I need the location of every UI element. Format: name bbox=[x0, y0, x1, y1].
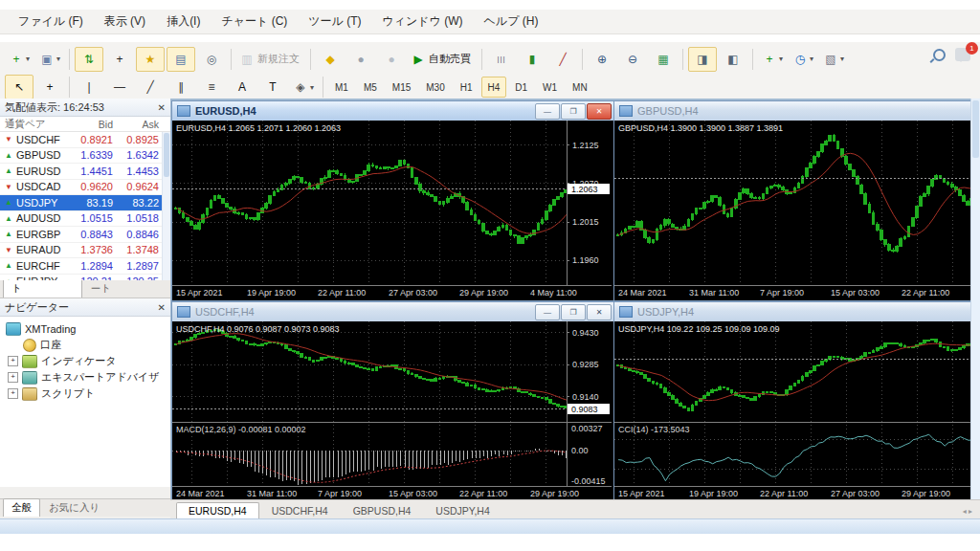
restore-button[interactable]: ❐ bbox=[561, 103, 586, 120]
chart-window-usdjpy-h4[interactable]: USDJPY,H4 — ❐ ✕ 109.09CCI(14) -173.50431… bbox=[613, 301, 970, 499]
market-watch-row-usdcad[interactable]: ▼USDCAD0.96200.9624 bbox=[0, 180, 170, 196]
templates-menu-button[interactable]: ▧▾ bbox=[819, 47, 848, 72]
chevron-down-icon[interactable]: ▾ bbox=[26, 55, 30, 63]
community-button[interactable]: ● bbox=[346, 47, 375, 72]
vertical-scrollbar[interactable] bbox=[970, 99, 980, 499]
cascade-windows-button[interactable]: ◨ bbox=[688, 47, 717, 72]
timeframe-m5[interactable]: M5 bbox=[357, 77, 384, 98]
cursor-tool-button[interactable]: ↖ bbox=[5, 75, 33, 99]
chart-tab-eurusd-h4[interactable]: EURUSD,H4 bbox=[176, 502, 259, 519]
indicators-menu-button[interactable]: +▾ bbox=[758, 47, 787, 72]
column-ask[interactable]: Ask bbox=[117, 119, 163, 130]
column-symbol[interactable]: 通貨ペア bbox=[0, 118, 71, 131]
market-watch-row-usdjpy[interactable]: ▲USDJPY83.1983.22 bbox=[0, 195, 170, 211]
data-window-button[interactable]: + bbox=[105, 47, 134, 72]
new-order-button[interactable]: ▥新規注文 bbox=[236, 47, 305, 72]
tree-item-口座[interactable]: 口座 bbox=[0, 337, 170, 353]
tree-item-XMTrading[interactable]: XMTrading bbox=[0, 320, 170, 337]
menu-item-1[interactable]: 表示 (V) bbox=[94, 11, 156, 33]
menu-item-4[interactable]: ツール (T) bbox=[298, 11, 371, 33]
chart-tab-gbpusd-h4[interactable]: GBPUSD,H4 bbox=[341, 502, 424, 519]
search-icon[interactable] bbox=[933, 49, 946, 61]
timeframe-w1[interactable]: W1 bbox=[536, 77, 564, 98]
timeframe-m15[interactable]: M15 bbox=[386, 77, 417, 98]
crosshair-tool-button[interactable]: + bbox=[35, 75, 64, 99]
horizontal-line-tool-button[interactable]: — bbox=[105, 75, 134, 99]
chart-title-bar[interactable]: GBPUSD,H4 — ❐ ✕ bbox=[614, 101, 970, 121]
chevron-down-icon[interactable]: ▾ bbox=[310, 83, 314, 92]
tile-windows-button[interactable]: ▦ bbox=[649, 47, 678, 72]
tab-お気に入り[interactable]: お気に入り bbox=[40, 498, 108, 517]
chart-canvas[interactable]: 1.21251.20701.20151.19601.206315 Apr 202… bbox=[172, 121, 613, 300]
market-watch-row-eurjpy[interactable]: ▲EURJPY120.21120.25 bbox=[0, 275, 170, 281]
chevron-down-icon[interactable]: ▾ bbox=[810, 55, 813, 63]
terminal-toggle-button[interactable]: ▤ bbox=[167, 47, 195, 72]
label-tool-button[interactable]: T bbox=[258, 75, 287, 99]
minimize-button[interactable]: — bbox=[535, 304, 560, 320]
chart-title-bar[interactable]: USDCHF,H4 — ❐ ✕ bbox=[172, 302, 613, 322]
chart-window-gbpusd-h4[interactable]: GBPUSD,H4 — ❐ ✕ 1.389124 Mar 202131 Mar … bbox=[613, 100, 970, 301]
zoom-out-button[interactable]: ⊖ bbox=[618, 47, 647, 72]
candlestick-mode-button[interactable]: ▮ bbox=[518, 47, 546, 72]
close-button[interactable]: ✕ bbox=[587, 304, 612, 320]
market-watch-row-usdchf[interactable]: ▼USDCHF0.89210.8925 bbox=[0, 132, 170, 148]
column-bid[interactable]: Bid bbox=[71, 119, 117, 130]
shapes-tool-button[interactable]: ◈▾ bbox=[289, 75, 318, 99]
profiles-button[interactable]: ▣▾ bbox=[35, 47, 64, 72]
market-watch-row-eurusd[interactable]: ▲EURUSD1.44511.4453 bbox=[0, 164, 170, 180]
timeframe-d1[interactable]: D1 bbox=[508, 77, 534, 98]
chart-window-eurusd-h4[interactable]: EURUSD,H4 — ❐ ✕ 1.21251.20701.20151.1960… bbox=[171, 100, 614, 301]
fibonacci-tool-button[interactable]: ≡ bbox=[197, 75, 226, 99]
timeframe-h4[interactable]: H4 bbox=[481, 77, 507, 98]
chart-tab-usdchf-h4[interactable]: USDCHF,H4 bbox=[259, 502, 341, 519]
market-watch-row-eurgbp[interactable]: ▲EURGBP0.88430.8846 bbox=[0, 227, 170, 243]
expand-icon[interactable]: + bbox=[8, 356, 18, 366]
chevron-down-icon[interactable]: ▾ bbox=[56, 55, 60, 63]
tab-全般[interactable]: 全般 bbox=[3, 498, 40, 517]
close-icon[interactable]: ✕ bbox=[158, 302, 166, 313]
timeframe-m1[interactable]: M1 bbox=[328, 77, 355, 98]
tree-item-インディケータ[interactable]: +インディケータ bbox=[0, 353, 170, 369]
chart-title-bar[interactable]: USDJPY,H4 — ❐ ✕ bbox=[614, 302, 970, 322]
periods-menu-button[interactable]: ◷▾ bbox=[789, 47, 817, 72]
vertical-line-tool-button[interactable]: | bbox=[75, 75, 103, 99]
market-watch-row-gbpusd[interactable]: ▲GBPUSD1.63391.6342 bbox=[0, 148, 170, 165]
market-watch-row-audusd[interactable]: ▲AUDUSD1.05151.0518 bbox=[0, 211, 170, 228]
menu-item-0[interactable]: ファイル (F) bbox=[8, 11, 94, 33]
chart-window-usdchf-h4[interactable]: USDCHF,H4 — ❐ ✕ 0.94300.92850.91400.9083… bbox=[171, 301, 614, 499]
menu-item-2[interactable]: 挿入(I) bbox=[156, 11, 211, 33]
text-tool-button[interactable]: A bbox=[228, 75, 256, 99]
channel-tool-button[interactable]: ∥ bbox=[167, 75, 195, 99]
mql5-web-button[interactable]: ● bbox=[377, 47, 406, 72]
chart-canvas[interactable]: 0.94300.92850.91400.90830.003270.00-0.00… bbox=[172, 321, 613, 499]
menu-item-6[interactable]: ヘルプ (H) bbox=[474, 11, 549, 33]
metaeditor-button[interactable]: ◆ bbox=[316, 47, 345, 72]
market-watch-row-euraud[interactable]: ▼EURAUD1.37361.3748 bbox=[0, 243, 170, 259]
expand-icon[interactable]: + bbox=[8, 388, 18, 399]
new-chart-button[interactable]: +▾ bbox=[5, 47, 33, 72]
chat-notification-icon[interactable]: 1 bbox=[955, 48, 970, 61]
zoom-in-button[interactable]: ⊕ bbox=[588, 47, 616, 72]
chart-title-bar[interactable]: EURUSD,H4 — ❐ ✕ bbox=[172, 101, 613, 121]
chart-tab-usdjpy-h4[interactable]: USDJPY,H4 bbox=[423, 502, 501, 519]
close-icon[interactable]: ✕ bbox=[158, 102, 166, 113]
menu-item-3[interactable]: チャート (C) bbox=[211, 11, 298, 33]
tile-vertical-button[interactable]: ◧ bbox=[719, 47, 747, 72]
tree-item-スクリプト[interactable]: +スクリプト bbox=[0, 386, 170, 402]
chart-canvas[interactable]: 1.389124 Mar 202131 Mar 11:007 Apr 19:00… bbox=[614, 121, 970, 300]
trendline-tool-button[interactable]: ╱ bbox=[136, 75, 165, 99]
strategy-tester-button[interactable]: ◎ bbox=[197, 47, 226, 72]
timeframe-m30[interactable]: M30 bbox=[419, 77, 451, 98]
close-button[interactable]: ✕ bbox=[587, 103, 612, 120]
timeframe-h1[interactable]: H1 bbox=[454, 77, 479, 98]
tree-item-エキスパートアドバイザ[interactable]: +エキスパートアドバイザ bbox=[0, 369, 170, 386]
chevron-down-icon[interactable]: ▾ bbox=[840, 55, 844, 63]
restore-button[interactable]: ❐ bbox=[561, 304, 586, 320]
menu-item-5[interactable]: ウィンドウ (W) bbox=[372, 11, 474, 33]
minimize-button[interactable]: — bbox=[535, 103, 560, 120]
expand-icon[interactable]: + bbox=[8, 372, 18, 383]
chevron-down-icon[interactable]: ▾ bbox=[779, 55, 783, 63]
market-watch-toggle-button[interactable]: ⇅ bbox=[75, 47, 103, 72]
auto-trading-button[interactable]: ▶自動売買 bbox=[408, 47, 477, 72]
navigator-toggle-button[interactable]: ★ bbox=[136, 47, 165, 72]
